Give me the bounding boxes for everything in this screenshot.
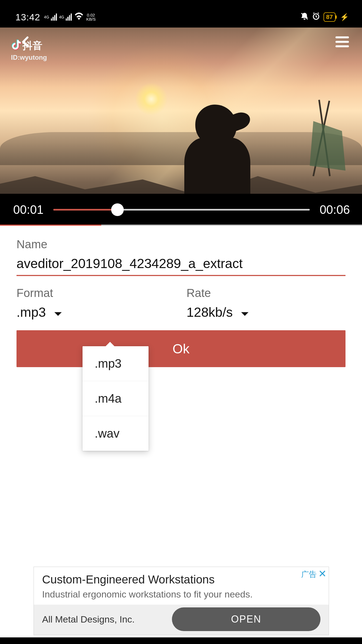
name-label: Name	[17, 238, 345, 251]
signal-icon-1	[51, 13, 57, 21]
rate-label: Rate	[187, 286, 345, 300]
douyin-user-id: ID:wyutong	[11, 54, 47, 61]
chevron-down-icon	[240, 305, 249, 320]
seek-thumb[interactable]	[111, 203, 124, 216]
ad-open-button[interactable]: OPEN	[172, 607, 320, 631]
rate-select[interactable]: 128kb/s	[187, 305, 345, 320]
chevron-down-icon	[54, 305, 62, 320]
network-4g-label-1: 4G	[44, 15, 49, 19]
format-option-wav[interactable]: .wav	[83, 416, 149, 451]
status-bar: 13:42 4G 4G 0.02 KB/S 8	[0, 7, 362, 28]
video-controls: 00:01 00:06	[0, 194, 362, 226]
battery-level: 87	[323, 12, 336, 22]
ad-badge: 广告	[301, 569, 317, 580]
signal-icon-2	[66, 13, 72, 21]
ad-close-icon[interactable]: ✕	[318, 568, 327, 580]
ad-banner[interactable]: Custom-Engineered Workstations Industria…	[34, 567, 329, 635]
menu-icon[interactable]	[334, 34, 350, 51]
ad-company: All Metal Designs, Inc.	[42, 614, 135, 625]
format-select[interactable]: .mp3	[17, 305, 175, 320]
ad-subtitle: Industrial ergonomic workstations to fit…	[42, 589, 320, 600]
ad-title: Custom-Engineered Workstations	[42, 573, 320, 586]
format-label: Format	[17, 286, 175, 300]
time-elapsed: 00:01	[13, 203, 43, 217]
video-preview[interactable]: 抖音 ID:wyutong 00:01 00:06	[0, 28, 362, 226]
mute-icon	[300, 12, 309, 22]
time-total: 00:06	[320, 203, 350, 217]
format-dropdown: .mp3 .m4a .wav	[83, 346, 149, 451]
back-icon[interactable]	[19, 35, 32, 50]
ok-button[interactable]: Ok	[17, 330, 345, 367]
format-option-mp3[interactable]: .mp3	[83, 346, 149, 381]
charging-icon: ⚡	[340, 13, 349, 21]
alarm-icon	[312, 12, 320, 22]
wifi-icon	[74, 12, 84, 22]
loading-progress	[0, 225, 362, 226]
network-4g-label-2: 4G	[59, 15, 64, 19]
data-speed-label: 0.02 KB/S	[86, 13, 95, 21]
name-input[interactable]	[17, 256, 345, 271]
format-option-m4a[interactable]: .m4a	[83, 381, 149, 416]
seek-slider[interactable]	[53, 209, 310, 211]
format-value: .mp3	[17, 305, 46, 320]
rate-value: 128kb/s	[187, 305, 233, 320]
status-time: 13:42	[15, 12, 40, 23]
